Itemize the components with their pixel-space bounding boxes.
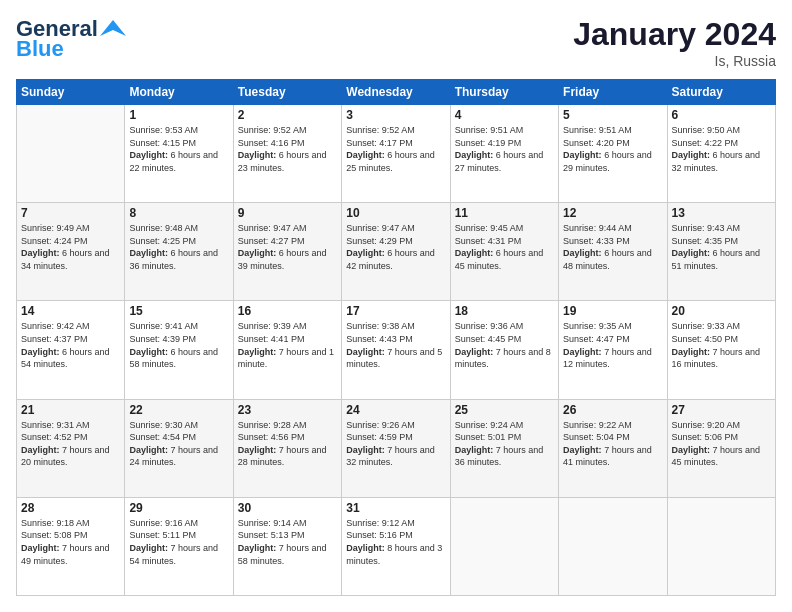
day-info: Sunrise: 9:53 AMSunset: 4:15 PMDaylight:…	[129, 124, 228, 174]
calendar-cell: 6Sunrise: 9:50 AMSunset: 4:22 PMDaylight…	[667, 105, 775, 203]
weekday-header-tuesday: Tuesday	[233, 80, 341, 105]
day-number: 12	[563, 206, 662, 220]
day-info: Sunrise: 9:49 AMSunset: 4:24 PMDaylight:…	[21, 222, 120, 272]
day-number: 23	[238, 403, 337, 417]
day-info: Sunrise: 9:42 AMSunset: 4:37 PMDaylight:…	[21, 320, 120, 370]
day-info: Sunrise: 9:43 AMSunset: 4:35 PMDaylight:…	[672, 222, 771, 272]
day-info: Sunrise: 9:41 AMSunset: 4:39 PMDaylight:…	[129, 320, 228, 370]
day-info: Sunrise: 9:47 AMSunset: 4:29 PMDaylight:…	[346, 222, 445, 272]
calendar-cell: 1Sunrise: 9:53 AMSunset: 4:15 PMDaylight…	[125, 105, 233, 203]
weekday-header-wednesday: Wednesday	[342, 80, 450, 105]
day-info: Sunrise: 9:36 AMSunset: 4:45 PMDaylight:…	[455, 320, 554, 370]
day-number: 15	[129, 304, 228, 318]
calendar-cell: 16Sunrise: 9:39 AMSunset: 4:41 PMDayligh…	[233, 301, 341, 399]
day-info: Sunrise: 9:48 AMSunset: 4:25 PMDaylight:…	[129, 222, 228, 272]
day-info: Sunrise: 9:24 AMSunset: 5:01 PMDaylight:…	[455, 419, 554, 469]
day-number: 29	[129, 501, 228, 515]
calendar-cell: 5Sunrise: 9:51 AMSunset: 4:20 PMDaylight…	[559, 105, 667, 203]
day-info: Sunrise: 9:33 AMSunset: 4:50 PMDaylight:…	[672, 320, 771, 370]
day-info: Sunrise: 9:47 AMSunset: 4:27 PMDaylight:…	[238, 222, 337, 272]
month-title: January 2024	[573, 16, 776, 53]
weekday-header-friday: Friday	[559, 80, 667, 105]
title-block: January 2024 Is, Russia	[573, 16, 776, 69]
calendar-cell: 31Sunrise: 9:12 AMSunset: 5:16 PMDayligh…	[342, 497, 450, 595]
calendar-cell: 18Sunrise: 9:36 AMSunset: 4:45 PMDayligh…	[450, 301, 558, 399]
calendar-cell: 24Sunrise: 9:26 AMSunset: 4:59 PMDayligh…	[342, 399, 450, 497]
calendar-cell	[667, 497, 775, 595]
day-info: Sunrise: 9:26 AMSunset: 4:59 PMDaylight:…	[346, 419, 445, 469]
day-number: 21	[21, 403, 120, 417]
day-number: 1	[129, 108, 228, 122]
day-number: 17	[346, 304, 445, 318]
calendar-cell: 9Sunrise: 9:47 AMSunset: 4:27 PMDaylight…	[233, 203, 341, 301]
day-number: 10	[346, 206, 445, 220]
day-number: 3	[346, 108, 445, 122]
day-info: Sunrise: 9:20 AMSunset: 5:06 PMDaylight:…	[672, 419, 771, 469]
day-info: Sunrise: 9:22 AMSunset: 5:04 PMDaylight:…	[563, 419, 662, 469]
day-info: Sunrise: 9:51 AMSunset: 4:20 PMDaylight:…	[563, 124, 662, 174]
svg-marker-0	[100, 20, 126, 36]
calendar-cell: 27Sunrise: 9:20 AMSunset: 5:06 PMDayligh…	[667, 399, 775, 497]
calendar-cell: 20Sunrise: 9:33 AMSunset: 4:50 PMDayligh…	[667, 301, 775, 399]
day-number: 25	[455, 403, 554, 417]
day-info: Sunrise: 9:31 AMSunset: 4:52 PMDaylight:…	[21, 419, 120, 469]
calendar-cell: 15Sunrise: 9:41 AMSunset: 4:39 PMDayligh…	[125, 301, 233, 399]
day-number: 11	[455, 206, 554, 220]
day-info: Sunrise: 9:45 AMSunset: 4:31 PMDaylight:…	[455, 222, 554, 272]
day-info: Sunrise: 9:51 AMSunset: 4:19 PMDaylight:…	[455, 124, 554, 174]
day-info: Sunrise: 9:12 AMSunset: 5:16 PMDaylight:…	[346, 517, 445, 567]
day-number: 9	[238, 206, 337, 220]
day-number: 8	[129, 206, 228, 220]
calendar-cell: 22Sunrise: 9:30 AMSunset: 4:54 PMDayligh…	[125, 399, 233, 497]
location: Is, Russia	[573, 53, 776, 69]
day-info: Sunrise: 9:14 AMSunset: 5:13 PMDaylight:…	[238, 517, 337, 567]
weekday-header-monday: Monday	[125, 80, 233, 105]
day-number: 7	[21, 206, 120, 220]
weekday-header-row: SundayMondayTuesdayWednesdayThursdayFrid…	[17, 80, 776, 105]
day-number: 5	[563, 108, 662, 122]
calendar-cell: 2Sunrise: 9:52 AMSunset: 4:16 PMDaylight…	[233, 105, 341, 203]
calendar-cell	[559, 497, 667, 595]
calendar-cell: 10Sunrise: 9:47 AMSunset: 4:29 PMDayligh…	[342, 203, 450, 301]
calendar-cell: 28Sunrise: 9:18 AMSunset: 5:08 PMDayligh…	[17, 497, 125, 595]
calendar-cell: 11Sunrise: 9:45 AMSunset: 4:31 PMDayligh…	[450, 203, 558, 301]
weekday-header-thursday: Thursday	[450, 80, 558, 105]
day-number: 18	[455, 304, 554, 318]
calendar-cell: 13Sunrise: 9:43 AMSunset: 4:35 PMDayligh…	[667, 203, 775, 301]
day-info: Sunrise: 9:52 AMSunset: 4:16 PMDaylight:…	[238, 124, 337, 174]
day-number: 14	[21, 304, 120, 318]
day-info: Sunrise: 9:50 AMSunset: 4:22 PMDaylight:…	[672, 124, 771, 174]
day-number: 31	[346, 501, 445, 515]
calendar-cell	[450, 497, 558, 595]
day-number: 22	[129, 403, 228, 417]
calendar-cell: 29Sunrise: 9:16 AMSunset: 5:11 PMDayligh…	[125, 497, 233, 595]
day-info: Sunrise: 9:28 AMSunset: 4:56 PMDaylight:…	[238, 419, 337, 469]
calendar-cell	[17, 105, 125, 203]
calendar-cell: 21Sunrise: 9:31 AMSunset: 4:52 PMDayligh…	[17, 399, 125, 497]
calendar-cell: 23Sunrise: 9:28 AMSunset: 4:56 PMDayligh…	[233, 399, 341, 497]
day-info: Sunrise: 9:18 AMSunset: 5:08 PMDaylight:…	[21, 517, 120, 567]
day-number: 26	[563, 403, 662, 417]
day-number: 2	[238, 108, 337, 122]
calendar-cell: 12Sunrise: 9:44 AMSunset: 4:33 PMDayligh…	[559, 203, 667, 301]
day-number: 28	[21, 501, 120, 515]
week-row-3: 14Sunrise: 9:42 AMSunset: 4:37 PMDayligh…	[17, 301, 776, 399]
calendar-cell: 26Sunrise: 9:22 AMSunset: 5:04 PMDayligh…	[559, 399, 667, 497]
day-number: 27	[672, 403, 771, 417]
day-info: Sunrise: 9:44 AMSunset: 4:33 PMDaylight:…	[563, 222, 662, 272]
day-number: 24	[346, 403, 445, 417]
day-info: Sunrise: 9:30 AMSunset: 4:54 PMDaylight:…	[129, 419, 228, 469]
weekday-header-saturday: Saturday	[667, 80, 775, 105]
calendar-cell: 30Sunrise: 9:14 AMSunset: 5:13 PMDayligh…	[233, 497, 341, 595]
page: General Blue January 2024 Is, Russia Sun…	[0, 0, 792, 612]
day-number: 13	[672, 206, 771, 220]
day-info: Sunrise: 9:35 AMSunset: 4:47 PMDaylight:…	[563, 320, 662, 370]
week-row-2: 7Sunrise: 9:49 AMSunset: 4:24 PMDaylight…	[17, 203, 776, 301]
calendar-cell: 19Sunrise: 9:35 AMSunset: 4:47 PMDayligh…	[559, 301, 667, 399]
day-number: 30	[238, 501, 337, 515]
day-number: 6	[672, 108, 771, 122]
day-info: Sunrise: 9:39 AMSunset: 4:41 PMDaylight:…	[238, 320, 337, 370]
weekday-header-sunday: Sunday	[17, 80, 125, 105]
calendar-cell: 3Sunrise: 9:52 AMSunset: 4:17 PMDaylight…	[342, 105, 450, 203]
logo-blue-text: Blue	[16, 36, 64, 62]
